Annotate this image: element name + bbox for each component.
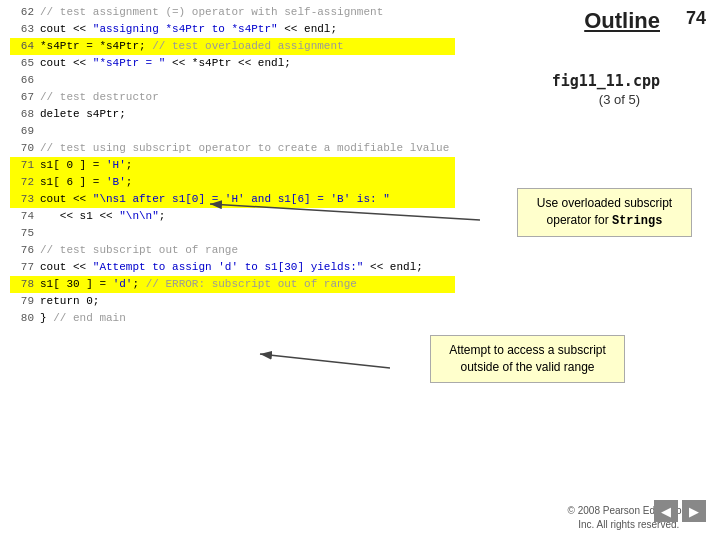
callout-subscript: Use overloaded subscript operator for St… <box>517 188 692 237</box>
code-line-62: 62 // test assignment (=) operator with … <box>10 4 455 21</box>
nav-back-button[interactable]: ◀ <box>654 500 678 522</box>
code-line-65: 65 cout << "*s4Ptr = " << *s4Ptr << endl… <box>10 55 455 72</box>
code-line-78: 78 s1[ 30 ] = 'd'; // ERROR: subscript o… <box>10 276 455 293</box>
fig-sublabel: (3 of 5) <box>599 92 640 107</box>
code-line-69: 69 <box>10 123 455 140</box>
code-line-76: 76 // test subscript out of range <box>10 242 455 259</box>
code-line-79: 79 return 0; <box>10 293 455 310</box>
callout-range: Attempt to access a subscript outside of… <box>430 335 625 383</box>
code-line-73: 73 cout << "\ns1 after s1[0] = 'H' and s… <box>10 191 455 208</box>
code-line-74: 74 << s1 << "\n\n"; <box>10 208 455 225</box>
code-line-67: 67 // test destructor <box>10 89 455 106</box>
code-line-77: 77 cout << "Attempt to assign 'd' to s1[… <box>10 259 455 276</box>
code-line-71: 71 s1[ 0 ] = 'H'; <box>10 157 455 174</box>
code-line-75: 75 <box>10 225 455 242</box>
code-line-68: 68 delete s4Ptr; <box>10 106 455 123</box>
nav-buttons: ◀ ▶ <box>654 500 706 522</box>
page-number: 74 <box>686 8 706 29</box>
nav-forward-button[interactable]: ▶ <box>682 500 706 522</box>
code-line-64: 64 *s4Ptr = *s4Ptr; // test overloaded a… <box>10 38 455 55</box>
code-line-63: 63 cout << "assigning *s4Ptr to *s4Ptr" … <box>10 21 455 38</box>
fig-label: fig11_11.cpp <box>552 72 660 90</box>
code-line-70: 70 // test using subscript operator to c… <box>10 140 455 157</box>
code-block: 62 // test assignment (=) operator with … <box>10 0 455 420</box>
code-line-66: 66 <box>10 72 455 89</box>
outline-title: Outline <box>584 8 660 34</box>
code-line-80: 80 } // end main <box>10 310 455 327</box>
code-line-72: 72 s1[ 6 ] = 'B'; <box>10 174 455 191</box>
